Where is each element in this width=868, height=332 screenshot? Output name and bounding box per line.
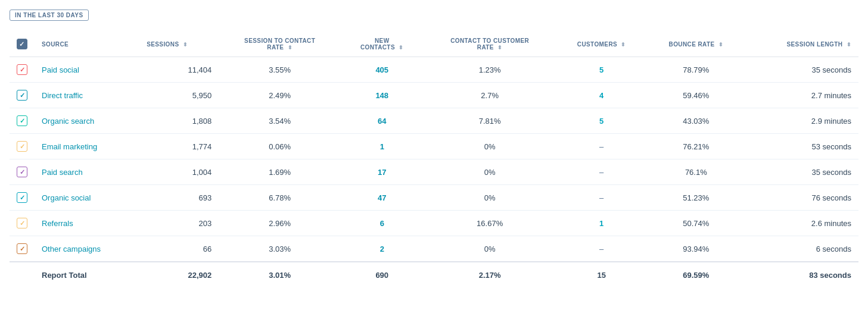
row-session-length: 2.6 minutes xyxy=(745,211,858,236)
header-checkbox-cell[interactable]: ✓ xyxy=(10,32,35,57)
sort-icon-s2c: ⬍ xyxy=(288,45,293,51)
row-customers: – xyxy=(556,134,647,159)
col-header-c2c-rate[interactable]: CONTACT TO CUSTOMERRATE ⬍ xyxy=(423,32,556,57)
totals-sessions: 22,902 xyxy=(139,262,219,288)
source-link[interactable]: Referrals xyxy=(42,219,73,228)
row-checkbox-cell[interactable]: ✓ xyxy=(10,159,35,185)
col-header-session-length[interactable]: SESSION LENGTH ⬍ xyxy=(745,32,858,57)
col-header-new-contacts[interactable]: NEWCONTACTS ⬍ xyxy=(341,32,423,57)
col-header-bounce-rate[interactable]: BOUNCE RATE ⬍ xyxy=(647,32,746,57)
row-bounce-rate: 50.74% xyxy=(647,211,746,236)
row-checkbox-cell[interactable]: ✓ xyxy=(10,134,35,159)
source-link[interactable]: Direct traffic xyxy=(42,91,83,100)
row-customers: 5 xyxy=(556,108,647,134)
row-bounce-rate: 59.46% xyxy=(647,83,746,108)
table-row: ✓Organic search1,8083.54%647.81%543.03%2… xyxy=(10,108,858,134)
row-sessions: 693 xyxy=(139,185,219,211)
row-session-to-contact-rate: 3.03% xyxy=(219,236,341,262)
table-row: ✓Direct traffic5,9502.49%1482.7%459.46%2… xyxy=(10,83,858,108)
row-sessions: 5,950 xyxy=(139,83,219,108)
row-checkbox[interactable]: ✓ xyxy=(17,218,27,228)
row-contact-to-customer-rate: 0% xyxy=(423,236,556,262)
row-source[interactable]: Referrals xyxy=(35,211,139,236)
row-checkbox-cell[interactable]: ✓ xyxy=(10,108,35,134)
row-session-length: 35 seconds xyxy=(745,57,858,83)
row-customers: 4 xyxy=(556,83,647,108)
totals-checkbox-spacer xyxy=(10,262,35,288)
row-session-to-contact-rate: 3.55% xyxy=(219,57,341,83)
table-row: ✓Paid search1,0041.69%170%–76.1%35 secon… xyxy=(10,159,858,185)
totals-bounce-rate: 69.59% xyxy=(647,262,746,288)
totals-s2c-rate: 3.01% xyxy=(219,262,341,288)
sort-icon-bounce-rate: ⬍ xyxy=(718,42,723,48)
row-session-length: 6 seconds xyxy=(745,236,858,262)
sort-icon-session-length: ⬍ xyxy=(847,42,851,48)
row-new-contacts: 2 xyxy=(341,236,423,262)
select-all-checkbox[interactable]: ✓ xyxy=(17,39,27,49)
row-new-contacts: 64 xyxy=(341,108,423,134)
row-source[interactable]: Paid search xyxy=(35,159,139,185)
row-source[interactable]: Direct traffic xyxy=(35,83,139,108)
row-session-to-contact-rate: 0.06% xyxy=(219,134,341,159)
row-new-contacts: 148 xyxy=(341,83,423,108)
row-bounce-rate: 78.79% xyxy=(647,57,746,83)
sort-icon-new-contacts: ⬍ xyxy=(399,45,403,51)
row-checkbox-cell[interactable]: ✓ xyxy=(10,83,35,108)
table-row: ✓Organic social6936.78%470%–51.23%76 sec… xyxy=(10,185,858,211)
sort-icon-c2c: ⬍ xyxy=(497,45,502,51)
row-session-length: 53 seconds xyxy=(745,134,858,159)
col-header-customers[interactable]: CUSTOMERS ⬍ xyxy=(556,32,647,57)
row-source[interactable]: Organic social xyxy=(35,185,139,211)
table-row: ✓Email marketing1,7740.06%10%–76.21%53 s… xyxy=(10,134,858,159)
row-checkbox[interactable]: ✓ xyxy=(17,90,27,101)
col-header-sessions[interactable]: SESSIONS ⬍ xyxy=(139,32,219,57)
row-new-contacts: 1 xyxy=(341,134,423,159)
row-checkbox-cell[interactable]: ✓ xyxy=(10,211,35,236)
source-link[interactable]: Organic social xyxy=(42,193,91,202)
row-checkbox[interactable]: ✓ xyxy=(17,141,27,152)
row-session-to-contact-rate: 2.96% xyxy=(219,211,341,236)
row-contact-to-customer-rate: 0% xyxy=(423,134,556,159)
source-link[interactable]: Email marketing xyxy=(42,142,97,151)
row-checkbox[interactable]: ✓ xyxy=(17,167,27,177)
row-checkbox[interactable]: ✓ xyxy=(17,64,27,75)
source-link[interactable]: Other campaigns xyxy=(42,245,101,253)
source-link[interactable]: Paid social xyxy=(42,65,79,74)
source-link[interactable]: Paid search xyxy=(42,168,83,177)
row-customers: 5 xyxy=(556,57,647,83)
table-row: ✓Paid social11,4043.55%4051.23%578.79%35… xyxy=(10,57,858,83)
sort-icon-sessions: ⬍ xyxy=(183,42,188,48)
row-checkbox[interactable]: ✓ xyxy=(17,192,27,203)
col-header-session-to-contact-rate[interactable]: SESSION TO CONTACTRATE ⬍ xyxy=(219,32,341,57)
row-sessions: 1,004 xyxy=(139,159,219,185)
table-row: ✓Referrals2032.96%616.67%150.74%2.6 minu… xyxy=(10,211,858,236)
row-contact-to-customer-rate: 16.67% xyxy=(423,211,556,236)
row-checkbox[interactable]: ✓ xyxy=(17,115,27,126)
table-row: ✓Other campaigns663.03%20%–93.94%6 secon… xyxy=(10,236,858,262)
totals-session-length: 83 seconds xyxy=(745,262,858,288)
row-source[interactable]: Paid social xyxy=(35,57,139,83)
row-customers: – xyxy=(556,236,647,262)
row-checkbox-cell[interactable]: ✓ xyxy=(10,185,35,211)
row-checkbox-cell[interactable]: ✓ xyxy=(10,57,35,83)
row-source[interactable]: Other campaigns xyxy=(35,236,139,262)
row-contact-to-customer-rate: 2.7% xyxy=(423,83,556,108)
row-session-length: 2.9 minutes xyxy=(745,108,858,134)
row-customers: – xyxy=(556,185,647,211)
source-link[interactable]: Organic search xyxy=(42,117,94,126)
row-source[interactable]: Organic search xyxy=(35,108,139,134)
row-session-length: 2.7 minutes xyxy=(745,83,858,108)
row-checkbox[interactable]: ✓ xyxy=(17,243,27,254)
row-session-length: 35 seconds xyxy=(745,159,858,185)
row-checkbox-cell[interactable]: ✓ xyxy=(10,236,35,262)
row-sessions: 11,404 xyxy=(139,57,219,83)
row-session-to-contact-rate: 1.69% xyxy=(219,159,341,185)
row-sessions: 203 xyxy=(139,211,219,236)
row-contact-to-customer-rate: 0% xyxy=(423,159,556,185)
row-source[interactable]: Email marketing xyxy=(35,134,139,159)
totals-row: Report Total22,9023.01%6902.17%1569.59%8… xyxy=(10,262,858,288)
row-session-length: 76 seconds xyxy=(745,185,858,211)
row-contact-to-customer-rate: 1.23% xyxy=(423,57,556,83)
col-header-source[interactable]: SOURCE xyxy=(35,32,139,57)
time-period-badge: IN THE LAST 30 DAYS xyxy=(10,10,89,21)
